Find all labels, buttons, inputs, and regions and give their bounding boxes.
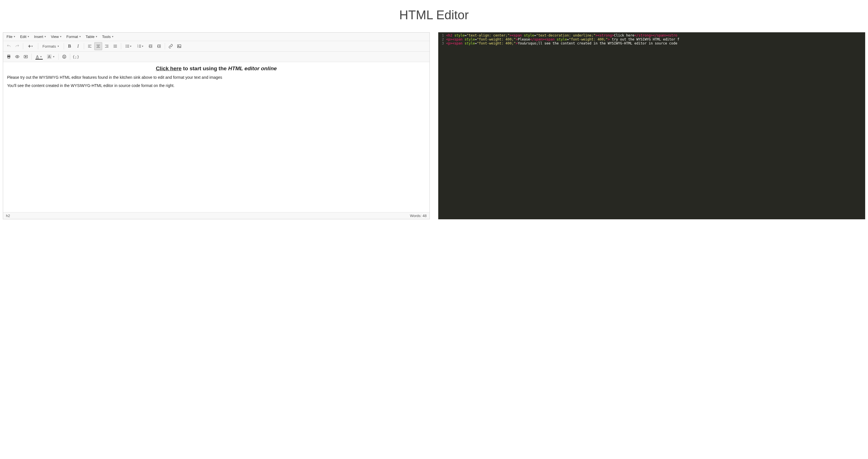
emoticons-button[interactable]	[60, 53, 68, 61]
code-icon: {;}	[72, 55, 79, 59]
align-justify-button[interactable]	[111, 42, 119, 50]
italic-button[interactable]: I	[74, 42, 82, 50]
bullet-list-button[interactable]: ▼	[123, 42, 134, 50]
content-heading[interactable]: Click here to start using the HTML edito…	[7, 65, 426, 72]
separator	[165, 43, 165, 49]
caret-down-icon: ▼	[60, 35, 62, 38]
caret-down-icon: ▼	[53, 56, 55, 58]
italic-icon: I	[77, 44, 79, 49]
numbered-list-button[interactable]: 123▼	[135, 42, 146, 50]
svg-text:3: 3	[137, 47, 138, 48]
indent-icon	[157, 44, 161, 49]
caret-down-icon: ▼	[27, 35, 29, 38]
svg-point-14	[126, 47, 126, 47]
indent-button[interactable]	[155, 42, 163, 50]
svg-point-40	[63, 55, 66, 58]
caret-down-icon: ▼	[13, 35, 16, 38]
statusbar: h2 Words: 48	[3, 212, 430, 219]
separator	[58, 54, 59, 60]
content-para-2[interactable]: You'll see the content created in the WY…	[7, 83, 426, 89]
separator	[31, 54, 32, 60]
link-button[interactable]	[167, 42, 175, 50]
menu-insert[interactable]: Insert▼	[32, 33, 48, 40]
caret-down-icon: ▼	[130, 45, 132, 48]
separator	[121, 43, 121, 49]
content-para-1[interactable]: Please try out the WYSIWYG HTML editor f…	[7, 75, 426, 81]
svg-rect-36	[8, 57, 10, 58]
page-title: HTML Editor	[0, 8, 868, 22]
formats-dropdown[interactable]: Formats▼	[40, 42, 62, 50]
bg-color-icon: A	[47, 54, 51, 59]
editor-wrapper: File▼ Edit▼ Insert▼ View▼ Format▼ Table▼…	[3, 32, 430, 219]
menu-format[interactable]: Format▼	[65, 33, 83, 40]
caret-down-icon: ▼	[44, 35, 46, 38]
caret-down-icon: ▼	[31, 45, 33, 48]
text-color-button[interactable]: A▼	[33, 53, 45, 61]
separator	[23, 43, 23, 49]
svg-point-12	[126, 45, 126, 45]
toolbar-row-2: A▼ A▼ {;}	[3, 52, 430, 62]
eye-icon	[15, 54, 20, 59]
align-right-button[interactable]	[103, 42, 111, 50]
split-layout: File▼ Edit▼ Insert▼ View▼ Format▼ Table▼…	[0, 32, 868, 219]
separator	[84, 43, 84, 49]
line-number: 1	[438, 33, 446, 37]
align-justify-icon	[113, 44, 118, 49]
plus-icon: +	[28, 44, 31, 49]
image-button[interactable]	[175, 42, 183, 50]
menu-file[interactable]: File▼	[5, 33, 17, 40]
menu-edit[interactable]: Edit▼	[19, 33, 31, 40]
redo-icon	[15, 44, 20, 49]
svg-rect-32	[178, 45, 181, 48]
align-left-button[interactable]	[86, 42, 94, 50]
outdent-button[interactable]	[147, 42, 155, 50]
undo-button[interactable]	[5, 42, 13, 50]
source-panel: 1<h2 style="text-align: center;"><span s…	[438, 32, 865, 219]
toolbar-row-1: +▼ Formats▼ B I ▼ 123▼	[3, 41, 430, 52]
background-color-button[interactable]: A▼	[45, 53, 57, 61]
print-button[interactable]	[5, 53, 13, 61]
new-document-button[interactable]: +▼	[25, 42, 36, 50]
svg-point-41	[63, 56, 64, 56]
redo-button[interactable]	[13, 42, 21, 50]
code-line[interactable]: 2<p><span style="font-weight: 400;">Plea…	[438, 37, 865, 41]
editor-panel: File▼ Edit▼ Insert▼ View▼ Format▼ Table▼…	[3, 32, 430, 219]
align-left-icon	[88, 44, 92, 49]
caret-down-icon: ▼	[142, 45, 144, 48]
svg-marker-39	[26, 56, 27, 57]
numbered-list-icon: 123	[137, 44, 142, 49]
smiley-icon	[62, 54, 66, 59]
print-icon	[6, 54, 11, 59]
caret-down-icon: ▼	[57, 45, 59, 48]
svg-point-13	[126, 46, 126, 46]
align-center-icon	[96, 44, 100, 49]
menu-tools[interactable]: Tools▼	[100, 33, 116, 40]
align-center-button[interactable]	[94, 42, 102, 50]
text-color-icon: A	[36, 54, 38, 59]
code-line[interactable]: 1<h2 style="text-align: center;"><span s…	[438, 33, 865, 37]
media-icon	[24, 54, 28, 59]
caret-down-icon: ▼	[112, 35, 114, 38]
line-number: 3	[438, 41, 446, 45]
svg-point-37	[17, 56, 18, 57]
code-line[interactable]: 3<p><span style="font-weight: 400;">You&…	[438, 41, 865, 45]
link-icon	[168, 44, 173, 49]
word-count[interactable]: Words: 48	[410, 213, 427, 218]
code-sample-button[interactable]: {;}	[72, 53, 80, 61]
outdent-icon	[148, 44, 153, 49]
editor-canvas[interactable]: Click here to start using the HTML edito…	[3, 62, 430, 212]
menu-table[interactable]: Table▼	[84, 33, 99, 40]
bullet-list-icon	[125, 44, 130, 49]
element-path[interactable]: h2	[6, 213, 10, 218]
svg-rect-34	[8, 55, 10, 56]
menubar: File▼ Edit▼ Insert▼ View▼ Format▼ Table▼…	[3, 33, 430, 41]
undo-icon	[6, 44, 11, 49]
caret-down-icon: ▼	[79, 35, 81, 38]
bold-button[interactable]: B	[66, 42, 73, 50]
bold-icon: B	[68, 44, 71, 49]
preview-button[interactable]	[13, 53, 21, 61]
align-right-icon	[104, 44, 109, 49]
code-editor[interactable]: 1<h2 style="text-align: center;"><span s…	[438, 32, 865, 219]
menu-view[interactable]: View▼	[49, 33, 64, 40]
media-button[interactable]	[22, 53, 30, 61]
